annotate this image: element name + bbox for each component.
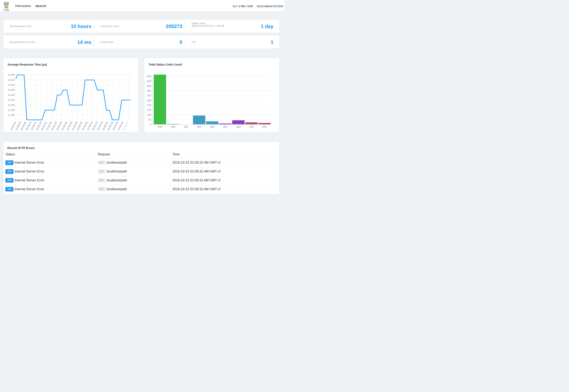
svg-text:304: 304 [210, 125, 214, 128]
svg-text:11,000: 11,000 [8, 114, 15, 116]
svg-text:450: 450 [147, 80, 152, 83]
svg-text:16,000: 16,000 [8, 89, 15, 91]
svg-text:15,000: 15,000 [8, 94, 15, 96]
svg-text:17,000: 17,000 [8, 84, 15, 86]
svg-text:12,000: 12,000 [8, 109, 15, 111]
svg-text:50: 50 [148, 118, 151, 121]
svg-text:350: 350 [147, 89, 152, 92]
svg-text:302: 302 [197, 125, 201, 128]
svg-text:500: 500 [147, 75, 152, 78]
svg-text:13,000: 13,000 [8, 104, 15, 106]
svg-text:18,000: 18,000 [8, 79, 15, 81]
svg-text:0: 0 [150, 123, 151, 126]
svg-text:100: 100 [147, 113, 152, 116]
svg-text:404: 404 [236, 125, 241, 128]
svg-text:200: 200 [158, 125, 162, 128]
svg-text:500: 500 [249, 125, 254, 128]
svg-text:14,000: 14,000 [8, 99, 15, 101]
svg-text:200: 200 [147, 104, 152, 107]
svg-text:400: 400 [147, 84, 152, 88]
svg-text:206: 206 [171, 125, 175, 128]
svg-text:300: 300 [147, 94, 152, 97]
svg-text:19,000: 19,000 [8, 74, 15, 76]
svg-text:250: 250 [147, 99, 152, 102]
svg-text:301: 301 [184, 125, 188, 128]
svg-text:503: 503 [262, 125, 267, 128]
svg-text:401: 401 [223, 125, 228, 128]
svg-text:150: 150 [147, 108, 152, 112]
